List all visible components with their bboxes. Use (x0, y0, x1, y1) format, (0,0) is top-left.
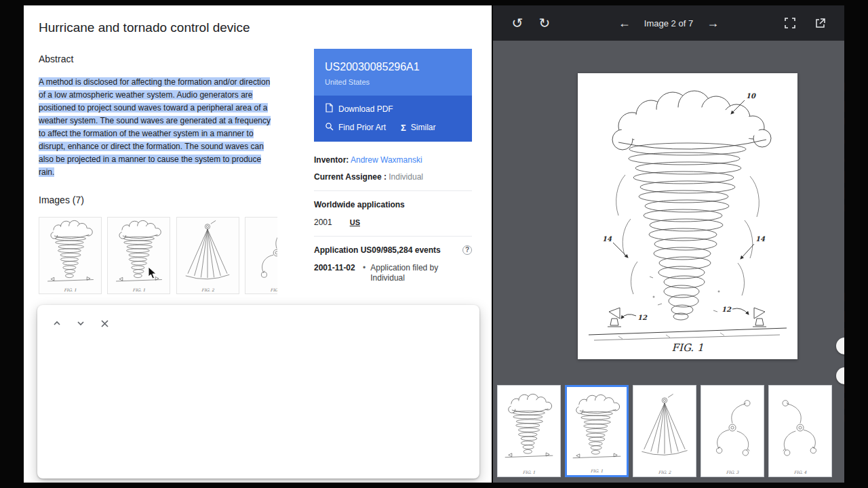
worldwide-heading: Worldwide applications (314, 200, 472, 209)
patent-image-thumb-1[interactable]: FIG. 1 (39, 217, 102, 294)
application-year: 2001 (314, 218, 332, 227)
inventor-link[interactable]: Andrew Waxmanski (351, 155, 422, 165)
figure-label-14-right: 14 (755, 235, 766, 243)
publication-country: United States (325, 78, 461, 86)
assignee-value: Individual (389, 172, 423, 182)
find-prior-art-button[interactable]: Find Prior Art (325, 122, 386, 133)
publication-number: US20030085296A1 (325, 61, 461, 73)
patent-document-panel: Hurricane and tornado control device Abs… (24, 5, 492, 483)
figure-label-10: 10 (746, 92, 756, 100)
thumb-caption: FIG. 1 (567, 468, 627, 473)
close-icon[interactable] (97, 316, 112, 331)
abstract-heading: Abstract (39, 54, 73, 64)
similar-label: Similar (411, 123, 436, 132)
thumb-caption: FIG. 1 (498, 470, 560, 474)
patent-images-strip: FIG. 1 FIG. 1 FIG. 2 FIG. 3 (39, 217, 277, 300)
event-bullet-icon: • (363, 263, 366, 283)
publication-header: US20030085296A1 United States (314, 49, 472, 96)
images-heading: Images (7) (39, 195, 84, 205)
fullscreen-icon[interactable] (778, 5, 802, 41)
viewer-thumbnail-5[interactable]: FIG. 4 (768, 385, 832, 477)
find-prior-art-label: Find Prior Art (338, 123, 386, 132)
viewer-thumbnail-1[interactable]: FIG. 1 (497, 385, 561, 477)
background-watermark: REDACTED (0, 224, 4, 364)
figure-label-12-right: 12 (722, 306, 732, 313)
mouse-cursor (148, 266, 157, 283)
help-icon[interactable]: ? (462, 245, 472, 255)
patent-image-thumb-3[interactable]: FIG. 2 (176, 217, 239, 294)
viewer-thumbnail-2-selected[interactable]: FIG. 1 (565, 385, 629, 477)
background-watermark: REDACTED (0, 41, 4, 181)
viewer-stage: 10 14 14 12 12 FIG. 1 (493, 41, 844, 380)
image-viewer-panel: ↺ ↻ ← Image 2 of 7 → (493, 5, 844, 483)
viewer-thumbnail-3[interactable]: FIG. 2 (633, 385, 696, 477)
divider (314, 236, 472, 237)
find-in-page-panel (37, 305, 479, 479)
inventor-label: Inventor: (314, 155, 349, 165)
figure-label-14-left: 14 (602, 235, 612, 243)
screen: REDACTED REDACTED REDACTED REDACTED Hurr… (0, 0, 868, 488)
pdf-icon (325, 103, 334, 115)
card-actions: Download PDF Find Prior Art Σ Similar (314, 96, 472, 142)
thumb-caption: FIG. 2 (177, 287, 239, 292)
event-row: 2001-11-02 • Application filed by Indivi… (314, 263, 472, 283)
divider (314, 190, 472, 191)
similar-button[interactable]: Σ Similar (401, 123, 435, 133)
application-events-label: Application US09/985,284 events (314, 245, 441, 255)
open-in-new-icon[interactable] (808, 5, 832, 41)
image-counter: Image 2 of 7 (644, 18, 693, 28)
abstract-text: A method is disclosed for affecting the … (39, 76, 271, 179)
patent-image-thumb-2[interactable]: FIG. 1 (107, 217, 170, 294)
card-meta: Inventor: Andrew Waxmanski Current Assig… (314, 142, 472, 283)
prior-art-search-icon (325, 122, 334, 133)
previous-image-icon[interactable]: ← (618, 16, 631, 30)
thumb-caption: FIG. 3 (701, 470, 764, 474)
figure-caption: FIG. 1 (672, 342, 704, 354)
find-previous-button[interactable] (50, 316, 64, 331)
region-us-link[interactable]: US (350, 218, 360, 226)
assignee-label: Current Assignee : (314, 172, 387, 182)
patent-image-thumb-4[interactable]: FIG. 3 (245, 217, 277, 294)
patent-figure: 10 14 14 12 12 FIG. 1 (578, 73, 797, 359)
find-next-button[interactable] (73, 316, 88, 331)
viewer-thumbnail-strip: FIG. 1 FIG. 1 FIG. 2 FIG. 3 FIG. 4 (493, 380, 844, 483)
page-title: Hurricane and tornado control device (39, 20, 250, 35)
sigma-icon: Σ (401, 123, 406, 133)
next-image-icon[interactable]: → (707, 16, 719, 30)
viewer-toolbar: ↺ ↻ ← Image 2 of 7 → (493, 5, 844, 41)
viewer-thumbnail-4[interactable]: FIG. 3 (701, 385, 764, 477)
figure-label-12-left: 12 (637, 314, 648, 321)
thumb-caption: FIG. 2 (633, 470, 696, 474)
patent-info-card: US20030085296A1 United States Download P… (314, 49, 472, 283)
abstract-selected-text: A method is disclosed for affecting the … (39, 77, 271, 177)
thumb-caption: FIG. 4 (769, 470, 831, 474)
event-description: Application filed by Individual (370, 263, 452, 283)
event-date: 2001-11-02 (314, 263, 363, 283)
edge-button-partial[interactable] (836, 338, 844, 354)
thumb-caption: FIG. 1 (39, 287, 101, 292)
thumb-caption: FIG. 3 (245, 287, 277, 292)
download-pdf-label: Download PDF (338, 104, 393, 114)
download-pdf-button[interactable]: Download PDF (325, 103, 393, 115)
thumb-caption: FIG. 1 (108, 287, 170, 292)
